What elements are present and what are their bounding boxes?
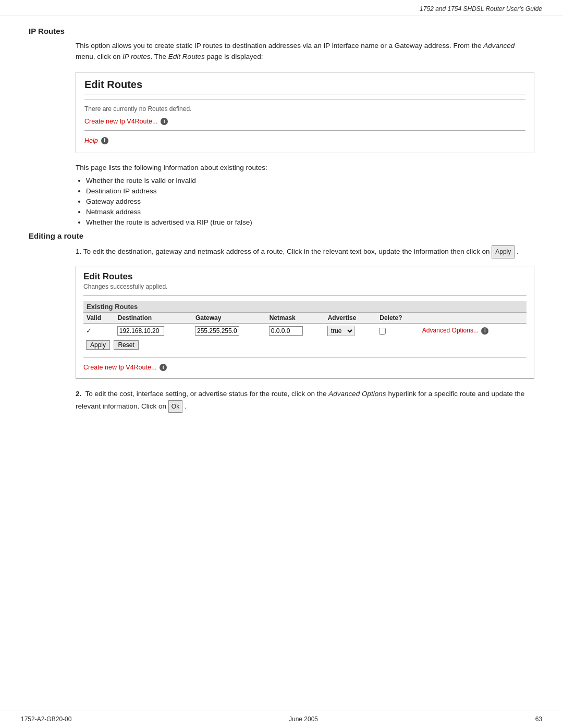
table-buttons-row: Apply Reset bbox=[83, 338, 527, 352]
create-link-2[interactable]: Create new Ip V4Route... bbox=[83, 364, 156, 371]
create-link-1-info-icon[interactable]: i bbox=[161, 118, 168, 125]
create-link-2-row: Create new Ip V4Route... i bbox=[83, 363, 527, 371]
divider-1 bbox=[84, 100, 525, 100]
netmask-input[interactable] bbox=[269, 326, 303, 336]
col-delete: Delete? bbox=[376, 313, 420, 324]
page-footer: 1752-A2-GB20-00 June 2005 63 bbox=[0, 710, 563, 728]
delete-checkbox[interactable] bbox=[379, 328, 386, 335]
bullet-item-2: Destination IP address bbox=[86, 187, 534, 195]
description-para: This page lists the following informatio… bbox=[76, 164, 534, 171]
col-netmask: Netmask bbox=[266, 313, 325, 324]
step2-after: . bbox=[185, 402, 187, 410]
col-advertise: Advertise bbox=[325, 313, 377, 324]
destination-input[interactable] bbox=[117, 326, 164, 336]
row-netmask bbox=[266, 323, 325, 338]
help-info-icon[interactable]: i bbox=[101, 137, 108, 144]
create-link-1[interactable]: Create new Ip V4Route... bbox=[84, 118, 157, 125]
edit-routes-title-1: Edit Routes bbox=[84, 79, 525, 94]
ok-button-inline[interactable]: Ok bbox=[168, 400, 182, 413]
row-delete bbox=[376, 323, 420, 338]
bullet-item-1: Whether the route is valid or invalid bbox=[86, 177, 534, 184]
step1-after: . bbox=[517, 248, 519, 255]
edit-routes-box-2: Edit Routes Changes successfully applied… bbox=[76, 266, 534, 379]
changes-applied-text: Changes successfully applied. bbox=[83, 283, 527, 290]
routes-table: Valid Destination Gateway Netmask Advert… bbox=[83, 313, 527, 352]
apply-button[interactable]: Apply bbox=[86, 340, 110, 350]
bullet-item-3: Gateway address bbox=[86, 198, 534, 205]
page-header: 1752 and 1754 SHDSL Router User's Guide bbox=[0, 0, 563, 16]
footer-right: 63 bbox=[535, 715, 542, 723]
help-row: Help i bbox=[84, 136, 525, 144]
col-gateway: Gateway bbox=[192, 313, 266, 324]
bullet-item-4: Netmask address bbox=[86, 208, 534, 216]
gateway-input[interactable] bbox=[195, 326, 239, 336]
footer-center: June 2005 bbox=[289, 715, 318, 723]
create-link-2-info-icon[interactable]: i bbox=[160, 364, 167, 371]
row-advanced: Advanced Options... i bbox=[420, 323, 527, 338]
col-options bbox=[420, 313, 527, 324]
page-wrapper: 1752 and 1754 SHDSL Router User's Guide … bbox=[0, 0, 563, 728]
footer-left: 1752-A2-GB20-00 bbox=[21, 715, 71, 723]
edit-routes-title-2: Edit Routes bbox=[83, 272, 527, 282]
step1-before: 1. To edit the destination, gateway and … bbox=[76, 248, 489, 255]
edit-routes-box-1: Edit Routes There are currently no Route… bbox=[76, 72, 534, 154]
advanced-options-link[interactable]: Advanced Options... bbox=[422, 327, 479, 334]
existing-routes-label: Existing Routes bbox=[83, 301, 527, 313]
help-link[interactable]: Help bbox=[84, 137, 98, 144]
ip-routes-heading: IP Routes bbox=[29, 27, 534, 35]
no-routes-text: There are currently no Routes defined. bbox=[84, 105, 525, 113]
step2-text: 2. To edit the cost, interface setting, … bbox=[76, 388, 534, 413]
step2-italic: Advanced Options bbox=[328, 390, 386, 398]
divider-3 bbox=[83, 295, 527, 296]
table-buttons-cell: Apply Reset bbox=[83, 338, 527, 352]
bullet-list: Whether the route is valid or invalid De… bbox=[86, 177, 534, 226]
main-content: IP Routes This option allows you to crea… bbox=[0, 16, 563, 441]
step1-text: 1. To edit the destination, gateway and … bbox=[76, 245, 534, 258]
header-title: 1752 and 1754 SHDSL Router User's Guide bbox=[420, 5, 542, 13]
row-valid: ✓ bbox=[83, 323, 115, 338]
row-destination bbox=[115, 323, 192, 338]
editing-route-heading: Editing a route bbox=[29, 231, 534, 240]
divider-2 bbox=[84, 130, 525, 131]
apply-button-inline[interactable]: Apply bbox=[492, 245, 515, 258]
divider-4 bbox=[83, 357, 527, 357]
step2-bold-start: 2. bbox=[76, 390, 81, 398]
intro-paragraph: This option allows you to create static … bbox=[76, 41, 534, 63]
table-row: ✓ true bbox=[83, 323, 527, 338]
advanced-options-info-icon[interactable]: i bbox=[481, 327, 488, 335]
step2-before: To edit the cost, interface setting, or … bbox=[85, 390, 329, 398]
bullet-item-5: Whether the route is advertised via RIP … bbox=[86, 218, 534, 226]
row-gateway bbox=[192, 323, 266, 338]
col-valid: Valid bbox=[83, 313, 115, 324]
table-header-row: Valid Destination Gateway Netmask Advert… bbox=[83, 313, 527, 324]
reset-button[interactable]: Reset bbox=[114, 340, 138, 350]
col-destination: Destination bbox=[115, 313, 192, 324]
advertise-select[interactable]: true false bbox=[327, 326, 354, 336]
create-link-1-row: Create new Ip V4Route... i bbox=[84, 117, 525, 125]
valid-checkmark: ✓ bbox=[86, 327, 92, 335]
row-advertise: true false bbox=[325, 323, 377, 338]
